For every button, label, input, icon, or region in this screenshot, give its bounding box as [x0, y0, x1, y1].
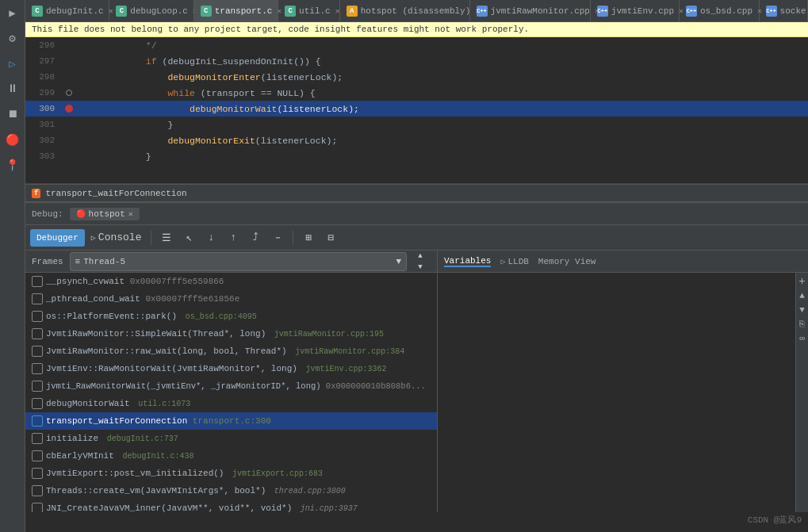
- scroll-up-btn[interactable]: ▲: [797, 290, 808, 301]
- frame-name: os::PlatformEvent::park() os_bsd.cpp:409…: [46, 312, 257, 321]
- thread-down-btn[interactable]: ▼: [410, 262, 431, 273]
- code-text: debugMonitorExit(listenerLock);: [77, 136, 337, 146]
- console-tab-btn[interactable]: ▷ Console: [86, 229, 147, 247]
- tab-transport[interactable]: C transport.c ✕: [194, 0, 278, 22]
- extra-icon[interactable]: ⋯: [267, 229, 288, 247]
- thread-up-btn[interactable]: ▲: [410, 251, 431, 262]
- frame-item[interactable]: Threads::create_vm(JavaVMInitArgs*, bool…: [25, 482, 437, 499]
- code-text: }: [77, 120, 173, 130]
- scroll-down-btn[interactable]: ▼: [797, 304, 808, 316]
- frame-item[interactable]: os::PlatformEvent::park() os_bsd.cpp:409…: [25, 308, 437, 325]
- tab-label: hotspot (disassembly): [361, 6, 471, 16]
- run-to-cursor-icon[interactable]: ⤴: [245, 229, 266, 247]
- frame-item-selected[interactable]: transport_waitForConnection transport.c:…: [25, 412, 437, 430]
- frame-item[interactable]: JvmtiEnv::RawMonitorWait(JvmtiRawMonitor…: [25, 360, 437, 377]
- frame-item[interactable]: cbEarlyVMInit debugInit.c:438: [25, 447, 437, 465]
- frames-panel: Frames ≡ Thread-5 ▼ ▲ ▼: [25, 251, 438, 512]
- thread-select[interactable]: ≡ Thread-5 ▼: [70, 252, 407, 271]
- line-number: 297: [25, 56, 61, 66]
- tab-jvmtiRaw[interactable]: C++ jvmtiRawMonitor.cpp ✕: [470, 0, 591, 22]
- frame-item[interactable]: JvmtiExport::post_vm_initialized() jvmti…: [25, 465, 437, 482]
- debugger-tab-btn[interactable]: Debugger: [30, 229, 85, 247]
- code-line-300: 300 debugMonitorWait(listenerLock);: [25, 101, 808, 117]
- columns-icon[interactable]: ⊟: [320, 229, 341, 247]
- code-text: while (transport == NULL) {: [77, 88, 316, 98]
- tab-socke[interactable]: C++ socke: [760, 0, 808, 22]
- pin-icon[interactable]: 📍: [3, 155, 22, 174]
- frame-item[interactable]: __psynch_cvwait 0x00007fff5e559866: [25, 273, 437, 290]
- frame-name: JvmtiRawMonitor::raw_wait(long, bool, Th…: [46, 346, 404, 356]
- grid-icon[interactable]: ⊞: [298, 229, 319, 247]
- debug-icon[interactable]: 🔴: [3, 130, 22, 149]
- frame-item[interactable]: debugMonitorWait util.c:1073: [25, 395, 437, 412]
- frame-name: initialize debugInit.c:737: [46, 434, 178, 443]
- frame-name: jvmti_RawMonitorWait(_jvmtiEnv*, _jrawMo…: [46, 381, 426, 391]
- lldb-tab[interactable]: ▷ LLDB: [500, 257, 528, 266]
- run-icon[interactable]: ▶: [3, 3, 22, 22]
- frame-item[interactable]: initialize debugInit.c:737: [25, 430, 437, 447]
- step-out-icon[interactable]: ↑: [223, 229, 243, 247]
- code-line-301: 301 }: [25, 117, 808, 132]
- code-area: 296 */ 297 if (debugInit_suspendOnInit()…: [25, 37, 808, 184]
- play-icon[interactable]: ▷: [3, 54, 22, 73]
- frame-item[interactable]: jvmti_RawMonitorWait(_jvmtiEnv*, _jrawMo…: [25, 377, 437, 395]
- frame-name: debugMonitorWait util.c:1073: [46, 399, 190, 408]
- frame-item[interactable]: JvmtiRawMonitor::SimpleWait(Thread*, lon…: [25, 325, 437, 343]
- tab-util[interactable]: C util.c ✕: [278, 0, 340, 22]
- thread-nav: ▲ ▼: [410, 251, 431, 273]
- close-tab-icon[interactable]: ✕: [128, 209, 133, 219]
- stop-icon[interactable]: ⏹: [3, 105, 22, 124]
- tab-jvmtiEnv[interactable]: C++ jvmtiEnv.cpp ✕: [591, 0, 680, 22]
- line-number: 303: [25, 151, 61, 161]
- step-into-icon[interactable]: ↓: [201, 229, 221, 247]
- settings-icon[interactable]: ⚙: [3, 29, 22, 48]
- tab-icon-c: C: [32, 6, 43, 17]
- frame-icon: [32, 328, 43, 339]
- frames-label: Frames: [32, 257, 63, 266]
- tab-hotspot[interactable]: A hotspot (disassembly) ✕: [340, 0, 470, 22]
- memory-view-tab[interactable]: Memory View: [538, 257, 596, 266]
- frame-item[interactable]: JNI_CreateJavaVM_inner(JavaVM**, void**,…: [25, 499, 437, 512]
- pause-icon[interactable]: ⏸: [3, 79, 22, 98]
- function-bar: f transport_waitForConnection: [25, 184, 808, 203]
- debug-header-label: Debug:: [32, 209, 63, 219]
- variables-panel: Variables ▷ LLDB Memory View + ▲: [438, 251, 808, 512]
- frame-icon: [32, 311, 43, 322]
- tab-label: transport.c: [215, 6, 273, 16]
- frame-name: cbEarlyVMInit debugInit.c:438: [46, 451, 193, 461]
- frame-item[interactable]: _pthread_cond_wait 0x00007fff5e61856e: [25, 290, 437, 308]
- code-line-297: 297 if (debugInit_suspendOnInit()) {: [25, 53, 808, 69]
- frame-item[interactable]: JvmtiRawMonitor::raw_wait(long, bool, Th…: [25, 343, 437, 360]
- frame-icon: [32, 276, 43, 287]
- tab-debugInit[interactable]: C debugInit.c ✕: [25, 0, 109, 22]
- line-number: 298: [25, 72, 61, 82]
- step-over-icon[interactable]: ↖: [178, 229, 199, 247]
- code-line-296: 296 */: [25, 37, 808, 53]
- variables-tab[interactable]: Variables: [444, 256, 491, 267]
- vars-scrollbar: + ▲ ▼ ⎘ ∞: [795, 273, 808, 512]
- lldb-label: LLDB: [507, 257, 528, 266]
- line-number: 299: [25, 88, 61, 98]
- infinity-btn[interactable]: ∞: [797, 333, 808, 344]
- separator: [293, 231, 293, 245]
- tab-bar: C debugInit.c ✕ C debugLoop.c ✕ C transp…: [25, 0, 808, 22]
- copy-btn[interactable]: ⎘: [797, 319, 808, 330]
- main-layout: ▶ ⚙ ▷ ⏸ ⏹ 🔴 📍 C debugInit.c ✕ C debugLoo…: [0, 0, 808, 532]
- vars-tabs: Variables ▷ LLDB Memory View: [438, 251, 808, 273]
- frame-name: JNI_CreateJavaVM_inner(JavaVM**, void**,…: [46, 503, 358, 512]
- gutter-marker: [66, 90, 72, 96]
- watermark: CSDN @蓝风9: [748, 514, 802, 526]
- debug-tab-hotspot[interactable]: 🔴 hotspot ✕: [70, 208, 140, 220]
- debug-toolbar: Debugger ▷ Console ☰ ↖ ↓ ↑ ⤴ ⋯ ⊞ ⊟: [25, 225, 808, 251]
- tab-osbsd[interactable]: C++ os_bsd.cpp ✕: [680, 0, 760, 22]
- frame-name: Threads::create_vm(JavaVMInitArgs*, bool…: [46, 486, 346, 496]
- list-icon[interactable]: ☰: [156, 229, 177, 247]
- tab-icon-cpp: C++: [597, 6, 608, 17]
- separator: [151, 231, 151, 245]
- add-btn[interactable]: +: [797, 276, 808, 287]
- frame-icon: [32, 293, 43, 304]
- dropdown-icon: ▼: [396, 257, 401, 266]
- frame-icon: [32, 468, 43, 479]
- debug-tab-icon: 🔴: [76, 209, 86, 219]
- tab-debugLoop[interactable]: C debugLoop.c ✕: [109, 0, 193, 22]
